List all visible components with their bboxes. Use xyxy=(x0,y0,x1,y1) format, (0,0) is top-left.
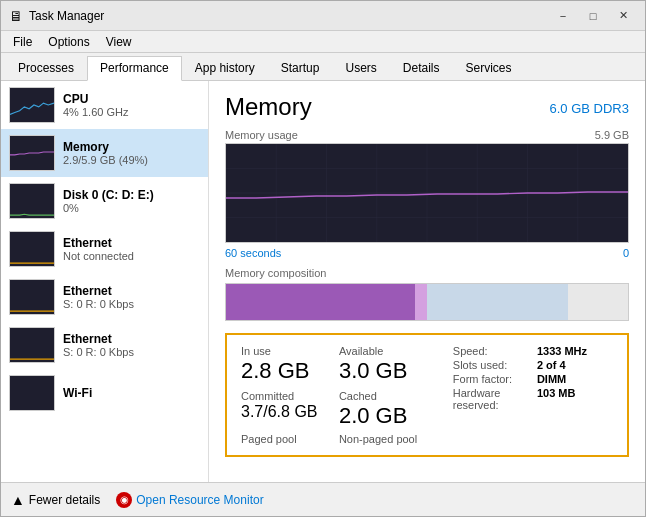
ethernet1-detail: Not connected xyxy=(63,250,200,262)
speed-label: Speed: xyxy=(453,345,529,357)
content-area: CPU 4% 1.60 GHz Memory 2.9/5.9 GB (49%) xyxy=(1,81,645,482)
stats-box: In use 2.8 GB Available 3.0 GB Committed xyxy=(225,333,629,457)
disk-info: Disk 0 (C: D: E:) 0% xyxy=(63,188,200,214)
slots-value: 2 of 4 xyxy=(537,359,613,371)
available-value: 3.0 GB xyxy=(339,358,437,384)
sidebar: CPU 4% 1.60 GHz Memory 2.9/5.9 GB (49%) xyxy=(1,81,209,482)
ethernet3-name: Ethernet xyxy=(63,332,200,346)
open-resource-monitor-button[interactable]: ◉ Open Resource Monitor xyxy=(116,492,263,508)
tab-processes[interactable]: Processes xyxy=(5,56,87,80)
fewer-details-icon: ▲ xyxy=(11,492,25,508)
svg-rect-2 xyxy=(10,184,54,218)
tab-users[interactable]: Users xyxy=(332,56,389,80)
stat-committed: Committed 3.7/6.8 GB xyxy=(241,390,339,429)
tab-details[interactable]: Details xyxy=(390,56,453,80)
sidebar-item-wifi[interactable]: Wi-Fi xyxy=(1,369,208,417)
cpu-mini-chart xyxy=(9,87,55,123)
stat-available: Available 3.0 GB xyxy=(339,345,437,384)
ethernet2-detail: S: 0 R: 0 Kbps xyxy=(63,298,200,310)
menu-file[interactable]: File xyxy=(5,33,40,51)
in-use-label: In use xyxy=(241,345,339,357)
svg-rect-6 xyxy=(10,376,54,410)
ethernet3-detail: S: 0 R: 0 Kbps xyxy=(63,346,200,358)
ethernet1-name: Ethernet xyxy=(63,236,200,250)
available-label: Available xyxy=(339,345,437,357)
stat-cached: Cached 2.0 GB xyxy=(339,390,437,429)
app-icon: 🖥 xyxy=(9,8,23,24)
task-manager-window: 🖥 Task Manager − □ ✕ File Options View P… xyxy=(0,0,646,517)
chart-label-right: 5.9 GB xyxy=(595,129,629,141)
composition-label: Memory composition xyxy=(225,267,629,279)
stat-in-use: In use 2.8 GB xyxy=(241,345,339,384)
ethernet2-mini-chart xyxy=(9,279,55,315)
close-button[interactable]: ✕ xyxy=(609,6,637,26)
cpu-info: CPU 4% 1.60 GHz xyxy=(63,92,200,118)
comp-modified xyxy=(415,284,427,320)
svg-rect-5 xyxy=(10,328,54,362)
sidebar-item-memory[interactable]: Memory 2.9/5.9 GB (49%) xyxy=(1,129,208,177)
main-panel: Memory 6.0 GB DDR3 Memory usage 5.9 GB xyxy=(209,81,645,482)
hw-reserved-label: Hardware reserved: xyxy=(453,387,529,411)
sidebar-item-ethernet-1[interactable]: Ethernet Not connected xyxy=(1,225,208,273)
cached-label: Cached xyxy=(339,390,437,402)
form-factor-value: DIMM xyxy=(537,373,613,385)
title-bar-controls: − □ ✕ xyxy=(549,6,637,26)
tab-performance[interactable]: Performance xyxy=(87,56,182,81)
memory-type: 6.0 GB DDR3 xyxy=(550,101,629,116)
cpu-name: CPU xyxy=(63,92,200,106)
committed-label: Committed xyxy=(241,390,339,402)
chart-label-left: Memory usage xyxy=(225,129,298,141)
composition-bar xyxy=(225,283,629,321)
svg-rect-4 xyxy=(10,280,54,314)
disk-detail: 0% xyxy=(63,202,200,214)
wifi-info: Wi-Fi xyxy=(63,386,200,400)
memory-info: Memory 2.9/5.9 GB (49%) xyxy=(63,140,200,166)
tab-bar: Processes Performance App history Startu… xyxy=(1,53,645,81)
menu-view[interactable]: View xyxy=(98,33,140,51)
chart-time-right: 0 xyxy=(623,247,629,259)
sidebar-item-ethernet-3[interactable]: Ethernet S: 0 R: 0 Kbps xyxy=(1,321,208,369)
in-use-value: 2.8 GB xyxy=(241,358,339,384)
ethernet1-mini-chart xyxy=(9,231,55,267)
chart-time-left: 60 seconds xyxy=(225,247,281,259)
memory-mini-chart xyxy=(9,135,55,171)
sidebar-item-disk[interactable]: Disk 0 (C: D: E:) 0% xyxy=(1,177,208,225)
committed-value: 3.7/6.8 GB xyxy=(241,403,339,421)
non-paged-pool-label-text: Non-paged pool xyxy=(339,433,437,445)
tab-app-history[interactable]: App history xyxy=(182,56,268,80)
form-factor-label: Form factor: xyxy=(453,373,529,385)
ethernet3-info: Ethernet S: 0 R: 0 Kbps xyxy=(63,332,200,358)
wifi-mini-chart xyxy=(9,375,55,411)
open-resource-monitor-label: Open Resource Monitor xyxy=(136,493,263,507)
paged-pool-label-text: Paged pool xyxy=(241,433,339,445)
comp-standby xyxy=(427,284,568,320)
resource-monitor-icon: ◉ xyxy=(116,492,132,508)
window-title: Task Manager xyxy=(29,9,104,23)
tab-startup[interactable]: Startup xyxy=(268,56,333,80)
maximize-button[interactable]: □ xyxy=(579,6,607,26)
svg-rect-3 xyxy=(10,232,54,266)
speed-value: 1333 MHz xyxy=(537,345,613,357)
title-bar: 🖥 Task Manager − □ ✕ xyxy=(1,1,645,31)
memory-detail: 2.9/5.9 GB (49%) xyxy=(63,154,200,166)
title-bar-left: 🖥 Task Manager xyxy=(9,8,104,24)
tab-services[interactable]: Services xyxy=(453,56,525,80)
memory-title: Memory xyxy=(225,93,312,121)
hw-reserved-value: 103 MB xyxy=(537,387,613,411)
comp-free xyxy=(568,284,628,320)
fewer-details-button[interactable]: ▲ Fewer details xyxy=(11,492,100,508)
disk-name: Disk 0 (C: D: E:) xyxy=(63,188,200,202)
menu-options[interactable]: Options xyxy=(40,33,97,51)
sidebar-item-ethernet-2[interactable]: Ethernet S: 0 R: 0 Kbps xyxy=(1,273,208,321)
footer: ▲ Fewer details ◉ Open Resource Monitor xyxy=(1,482,645,516)
minimize-button[interactable]: − xyxy=(549,6,577,26)
sidebar-item-cpu[interactable]: CPU 4% 1.60 GHz xyxy=(1,81,208,129)
comp-in-use xyxy=(226,284,415,320)
fewer-details-label: Fewer details xyxy=(29,493,100,507)
chart-time-labels: 60 seconds 0 xyxy=(225,247,629,259)
disk-mini-chart xyxy=(9,183,55,219)
memory-header: Memory 6.0 GB DDR3 xyxy=(225,93,629,121)
memory-usage-chart xyxy=(225,143,629,243)
cpu-detail: 4% 1.60 GHz xyxy=(63,106,200,118)
cached-value: 2.0 GB xyxy=(339,403,437,429)
